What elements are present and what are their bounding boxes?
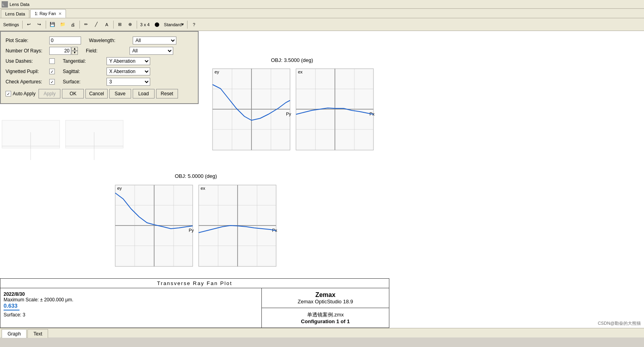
field-label: Field:: [86, 48, 130, 54]
toolbar-sep-5: [137, 21, 137, 29]
use-dashes-checkbox[interactable]: [49, 58, 55, 64]
wavelength-label: Wavelength:: [89, 38, 133, 43]
toolbar-redo-btn[interactable]: ↪: [35, 20, 44, 29]
bottom-tab-graph[interactable]: Graph: [2, 329, 27, 338]
auto-apply-wrap: Auto Apply: [6, 91, 35, 96]
svg-text:Py: Py: [286, 112, 291, 116]
settings-label: Settings: [3, 22, 19, 27]
tab-ray-fan-label: 1: Ray Fan: [35, 11, 56, 16]
watermark: CSDN@勤奋的大熊猫: [598, 320, 641, 326]
number-rays-row: Number Of Rays: ▲ ▼ Field: All: [6, 47, 193, 55]
ok-button[interactable]: OK: [62, 89, 84, 98]
save-button[interactable]: Save: [109, 89, 131, 98]
toolbar-draw-btn[interactable]: ✏: [81, 20, 91, 29]
toolbar-sep-2: [46, 21, 46, 29]
check-apertures-checkbox[interactable]: [49, 79, 55, 85]
toolbar-save-btn[interactable]: 💾: [48, 20, 57, 29]
help-label: ?: [193, 22, 195, 27]
tangential-label: Tangential:: [63, 58, 106, 64]
load-button[interactable]: Load: [133, 89, 155, 98]
use-dashes-label: Use Dashes:: [6, 58, 49, 64]
svg-text:ex: ex: [298, 69, 303, 74]
plot-scale-row: Plot Scale: Wavelength: All: [6, 37, 193, 44]
zemax-file: 单透镜案例.zmx: [265, 311, 386, 318]
vignetted-checkbox[interactable]: [49, 69, 55, 74]
use-dashes-row: Use Dashes: Tangential: Y Aberration: [6, 57, 193, 65]
surface-label: Surface:: [63, 79, 106, 85]
number-rays-input[interactable]: [49, 47, 71, 55]
svg-text:ex: ex: [201, 186, 205, 191]
size-label: 3 x 4: [140, 22, 150, 27]
tab-close-icon[interactable]: ✕: [58, 12, 62, 16]
info-right: Zemax Zemax OpticStudio 18.9 单透镜案例.zmx C…: [262, 288, 389, 328]
check-apertures-row: Check Apertures: Surface: 3: [6, 78, 193, 86]
field-select[interactable]: All: [130, 47, 173, 55]
chart-title-2: OBJ: 5.0000 (deg): [175, 173, 217, 179]
svg-text:ey: ey: [215, 69, 219, 74]
title-bar-text: Lens Data: [10, 2, 29, 7]
svg-text:L: L: [2, 3, 4, 7]
cancel-button[interactable]: Cancel: [85, 89, 107, 98]
number-rays-label: Number Of Rays:: [6, 48, 49, 54]
info-body: 2022/8/30 Maximum Scale: ± 2000.000 μm. …: [0, 288, 389, 328]
toolbar-sep-4: [113, 21, 114, 29]
toolbar-sep-3: [79, 21, 80, 29]
wavelength-select[interactable]: All: [133, 37, 176, 44]
toolbar-help-btn[interactable]: ?: [189, 20, 199, 29]
auto-apply-checkbox[interactable]: [6, 91, 11, 96]
toolbar-logo-btn[interactable]: ⬤: [152, 20, 162, 29]
auto-apply-label: Auto Apply: [13, 91, 35, 96]
title-bar: L Lens Data: [0, 0, 644, 9]
info-left: 2022/8/30 Maximum Scale: ± 2000.000 μm. …: [0, 288, 262, 328]
sagittal-select[interactable]: X Aberration: [106, 67, 150, 75]
reset-button[interactable]: Reset: [156, 89, 178, 98]
toolbar-sep-1: [22, 21, 23, 29]
tab-lens-data-label: Lens Data: [5, 12, 25, 16]
plot-scale-input[interactable]: [49, 37, 81, 44]
number-rays-spinner: ▲ ▼: [49, 47, 78, 55]
info-wavelength-line: [4, 310, 19, 310]
dialog-buttons: Auto Apply Apply OK Cancel Save Load Res…: [6, 89, 193, 98]
info-right-bottom: 单透镜案例.zmx Configuration 1 of 1: [262, 308, 389, 328]
standard-label: Standard: [164, 22, 182, 27]
toolbar-zoom-btn[interactable]: ⊕: [126, 20, 135, 29]
surface-select[interactable]: 3: [106, 78, 150, 86]
spinner-btns: ▲ ▼: [72, 47, 78, 55]
toolbar-line-btn[interactable]: ╱: [92, 20, 101, 29]
svg-text:ey: ey: [117, 186, 122, 191]
zemax-config: Configuration 1 of 1: [265, 318, 386, 324]
main-area: OBJ: 3.5000 (deg) ey Py: [0, 31, 644, 337]
zemax-title: Zemax: [265, 291, 386, 299]
toolbar-sep-6: [187, 21, 188, 29]
apply-button[interactable]: Apply: [39, 89, 60, 98]
dialog-panel: Plot Scale: Wavelength: All Number Of Ra…: [0, 31, 199, 104]
app-icon: L: [2, 1, 8, 8]
svg-text:Py: Py: [189, 228, 194, 233]
spinner-up[interactable]: ▲: [72, 47, 78, 51]
tab-ray-fan[interactable]: 1: Ray Fan ✕: [30, 9, 66, 18]
tab-lens-data[interactable]: Lens Data: [1, 9, 29, 18]
settings-button[interactable]: Settings: [2, 20, 21, 29]
toolbar-standard-btn[interactable]: Standard ▾: [162, 20, 186, 29]
plot-scale-label: Plot Scale:: [6, 38, 49, 43]
info-title: Transverse Ray Fan Plot: [0, 279, 389, 288]
vignetted-label: Vignetted Pupil:: [6, 69, 49, 74]
info-date: 2022/8/30: [4, 291, 258, 297]
bottom-tab-text-label: Text: [33, 331, 42, 337]
spinner-down[interactable]: ▼: [72, 51, 78, 55]
toolbar-print-btn[interactable]: 🖨: [68, 20, 78, 29]
zemax-subtitle: Zemax OpticStudio 18.9: [265, 299, 386, 305]
info-surface: Surface: 3: [4, 312, 258, 318]
toolbar-undo-btn[interactable]: ↩: [24, 20, 34, 29]
toolbar: Settings ↩ ↪ 💾 📁 🖨 ✏ ╱ A ⊞ ⊕ 3 x 4 ⬤ Sta…: [0, 18, 644, 31]
toolbar-size-btn[interactable]: 3 x 4: [139, 20, 151, 29]
info-panel: Transverse Ray Fan Plot 2022/8/30 Maximu…: [0, 278, 389, 328]
tangential-select[interactable]: Y Aberration: [106, 57, 150, 65]
toolbar-open-btn[interactable]: 📁: [58, 20, 68, 29]
check-apertures-label: Check Apertures:: [6, 79, 49, 85]
chart-title-1: OBJ: 3.5000 (deg): [271, 57, 313, 63]
toolbar-text-btn[interactable]: A: [102, 20, 112, 29]
toolbar-grid-btn[interactable]: ⊞: [115, 20, 125, 29]
bottom-tab-text[interactable]: Text: [27, 329, 48, 338]
info-scale: Maximum Scale: ± 2000.000 μm.: [4, 297, 258, 303]
